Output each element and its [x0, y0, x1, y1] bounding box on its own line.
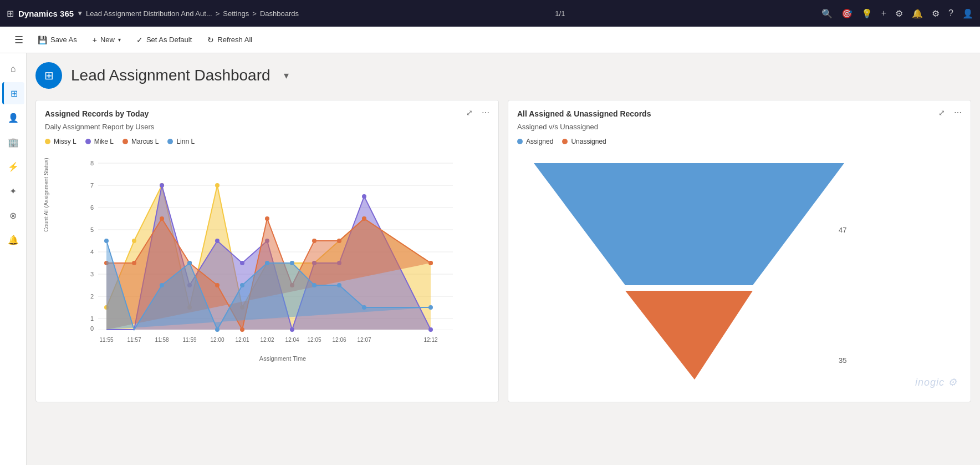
sidebar-item-contacts[interactable]: 👤	[2, 107, 24, 129]
svg-point-69	[160, 283, 164, 287]
svg-point-77	[362, 305, 366, 310]
legend-item-unassigned: Unassigned	[562, 138, 606, 145]
svg-text:11:57: 11:57	[127, 337, 141, 343]
right-chart-title: All Assigned & Unassigned Records	[517, 109, 962, 118]
help-icon[interactable]: ?	[948, 8, 953, 18]
svg-text:12:05: 12:05	[307, 337, 321, 343]
svg-point-76	[337, 283, 341, 287]
svg-point-35	[215, 183, 220, 188]
svg-text:7: 7	[90, 182, 94, 189]
new-icon: +	[93, 36, 97, 44]
left-chart-more-button[interactable]: ⋯	[479, 107, 492, 118]
svg-point-47	[240, 261, 244, 265]
svg-point-52	[362, 194, 366, 199]
plus-icon[interactable]: +	[881, 8, 886, 18]
svg-point-66	[428, 261, 433, 265]
svg-point-56	[132, 261, 136, 265]
svg-point-63	[312, 239, 317, 243]
svg-point-64	[337, 239, 341, 243]
svg-text:12:00: 12:00	[210, 337, 224, 343]
svg-text:3: 3	[90, 271, 94, 277]
watermark: inogic ⚙	[915, 376, 957, 388]
grid-icon[interactable]: ⊞	[7, 8, 14, 19]
svg-point-65	[362, 216, 366, 221]
hamburger-button[interactable]: ☰	[9, 31, 29, 49]
funnel-chart-svg: 47 35	[517, 152, 861, 391]
svg-point-72	[240, 283, 244, 287]
left-chart-title: Assigned Records by Today	[45, 109, 489, 118]
right-chart-subtitle: Assigned v/s Unassigned	[517, 123, 962, 131]
left-chart-legend: Missy L Mike L Marcus L Linn L	[45, 138, 489, 145]
svg-point-70	[187, 261, 192, 265]
svg-point-44	[160, 183, 164, 188]
svg-text:12:04: 12:04	[285, 337, 299, 343]
pagination-indicator: 1/1	[555, 9, 565, 18]
sidebar: ⌂ ⊞ 👤 🏢 ⚡ ✦ ⊗ 🔔	[0, 53, 27, 465]
funnel-container: 47 35 inogic ⚙	[517, 152, 962, 393]
svg-point-32	[132, 239, 136, 243]
set-default-button[interactable]: ✓ Set As Default	[130, 32, 198, 48]
filter-icon[interactable]: ⚙	[895, 8, 903, 19]
brand-name: Dynamics 365 ▾	[18, 9, 81, 18]
svg-text:11:55: 11:55	[99, 337, 113, 343]
svg-point-59	[215, 283, 220, 287]
svg-point-57	[160, 216, 164, 221]
save-as-button[interactable]: 💾 Save As	[31, 32, 84, 48]
sidebar-item-accounts[interactable]: 🏢	[2, 131, 24, 153]
breadcrumb: Lead Assignment Distribution And Aut... …	[86, 9, 299, 18]
svg-marker-80	[625, 291, 753, 380]
toolbar: ☰ 💾 Save As + New ▾ ✓ Set As Default ↻ R…	[0, 27, 980, 53]
right-chart-expand-button[interactable]: ⤢	[936, 107, 947, 118]
left-chart-card: Assigned Records by Today ⤢ ⋯ Daily Assi…	[35, 100, 499, 402]
target-icon[interactable]: 🎯	[841, 8, 853, 19]
svg-text:12:06: 12:06	[332, 337, 346, 343]
search-icon[interactable]: 🔍	[821, 8, 833, 19]
page-icon: ⊞	[35, 62, 62, 89]
refresh-icon: ↻	[207, 36, 214, 44]
svg-text:2: 2	[90, 293, 94, 300]
lightbulb-icon[interactable]: 💡	[861, 8, 872, 19]
new-chevron-icon: ▾	[118, 37, 121, 43]
line-chart-svg: 8 7 6 5 4 3 2 1 0 11:55 11:57 11:58 11:5…	[76, 152, 464, 352]
svg-text:12:02: 12:02	[260, 337, 274, 343]
svg-point-78	[428, 305, 433, 310]
svg-text:12:01: 12:01	[235, 337, 249, 343]
y-axis-label: Count:All (Assignment Status)	[43, 158, 49, 231]
new-button[interactable]: + New ▾	[86, 32, 127, 48]
svg-point-49	[290, 327, 294, 332]
svg-point-73	[265, 261, 269, 265]
sidebar-item-dashboards[interactable]: ⊞	[2, 82, 24, 104]
svg-marker-79	[534, 163, 844, 285]
sidebar-item-connections[interactable]: ⊗	[2, 204, 24, 226]
svg-text:47: 47	[839, 226, 846, 234]
right-chart-actions: ⤢ ⋯	[936, 107, 964, 118]
checkmark-icon: ✓	[136, 36, 143, 44]
svg-point-74	[290, 261, 294, 265]
svg-text:11:58: 11:58	[155, 337, 169, 343]
sidebar-item-notifications[interactable]: 🔔	[2, 229, 24, 251]
left-chart-expand-button[interactable]: ⤢	[464, 107, 475, 118]
refresh-all-button[interactable]: ↻ Refresh All	[201, 32, 259, 48]
left-chart-subtitle: Daily Assignment Report by Users	[45, 123, 489, 131]
left-chart-actions: ⤢ ⋯	[464, 107, 492, 118]
svg-point-71	[215, 327, 220, 332]
svg-text:5: 5	[90, 226, 94, 233]
bell-icon[interactable]: 🔔	[912, 8, 923, 19]
sidebar-item-home[interactable]: ⌂	[2, 58, 24, 80]
user-icon[interactable]: 👤	[962, 8, 973, 19]
dashboard-grid: Assigned Records by Today ⤢ ⋯ Daily Assi…	[35, 100, 971, 402]
svg-point-68	[104, 239, 109, 243]
svg-text:0: 0	[90, 325, 94, 332]
svg-text:12:12: 12:12	[423, 337, 437, 343]
svg-text:4: 4	[90, 249, 94, 255]
sidebar-item-leads[interactable]: ✦	[2, 180, 24, 202]
right-chart-more-button[interactable]: ⋯	[952, 107, 964, 118]
svg-point-61	[265, 216, 269, 221]
right-chart-card: All Assigned & Unassigned Records ⤢ ⋯ As…	[508, 100, 971, 402]
svg-text:8: 8	[90, 160, 94, 166]
page-header: ⊞ Lead Assignment Dashboard ▾	[35, 62, 971, 89]
page-title-chevron-icon[interactable]: ▾	[284, 69, 289, 82]
settings-icon[interactable]: ⚙	[932, 8, 940, 19]
legend-item-missy: Missy L	[45, 138, 76, 145]
sidebar-item-activities[interactable]: ⚡	[2, 155, 24, 178]
